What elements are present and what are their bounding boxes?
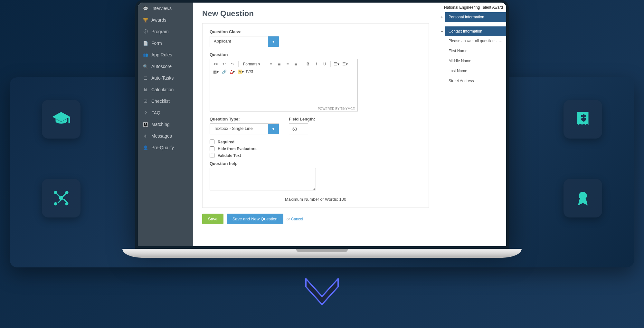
expand-icon[interactable]: +: [438, 12, 445, 22]
section-personal-info[interactable]: Personal Information: [445, 12, 506, 22]
form-card: Question Class: Applicant Question <> ↶: [202, 23, 429, 208]
list-icon: ☰: [143, 75, 148, 81]
question-help-textarea[interactable]: [210, 168, 316, 190]
sidebar-item-faq[interactable]: ?FAQ: [138, 107, 193, 119]
question-type-select[interactable]: Textbox - Single Line: [210, 123, 279, 134]
sidebar-item-label: Autoscore: [151, 64, 172, 69]
bullet-list-icon[interactable]: ☰▾: [333, 61, 340, 68]
question-list: Please answer all questions. … First Nam…: [445, 36, 506, 86]
sidebar-item-awards[interactable]: 🏆Awards: [138, 14, 193, 26]
table-icon[interactable]: ▦▾: [212, 68, 220, 75]
code-icon[interactable]: <>: [212, 61, 220, 68]
sidebar-item-label: Checklist: [151, 99, 170, 104]
editor-body[interactable]: [210, 77, 357, 106]
italic-icon[interactable]: I: [312, 61, 320, 68]
align-right-icon[interactable]: ≡: [284, 61, 291, 68]
validate-text-checkbox[interactable]: [210, 153, 214, 158]
right-panel: National Engineering Talent Award + Pers…: [438, 3, 506, 246]
list-item[interactable]: Street Address: [445, 76, 506, 86]
bg-color-icon[interactable]: A▾: [237, 68, 245, 75]
link-icon[interactable]: 🔗: [220, 68, 228, 75]
list-item[interactable]: Last Name: [445, 66, 506, 76]
award-ribbon-icon: [564, 179, 602, 217]
laptop-base: [122, 249, 522, 258]
text-color-icon[interactable]: A▾: [229, 68, 236, 75]
sidebar-item-program[interactable]: ⓘProgram: [138, 26, 193, 37]
svg-point-5: [579, 192, 587, 200]
clear-format-icon[interactable]: T⌫: [245, 68, 253, 75]
sidebar-item-auto-tasks[interactable]: ☰Auto-Tasks: [138, 72, 193, 84]
chevron-down-icon[interactable]: [268, 36, 279, 47]
question-icon: ?: [143, 110, 148, 115]
main-content: New Question Question Class: Applicant Q…: [193, 3, 438, 246]
separator: [238, 61, 239, 67]
field-length-label: Field Length:: [289, 117, 315, 121]
network-icon: [42, 179, 80, 217]
laptop-mockup: 💬Interviews 🏆Awards ⓘProgram 📄Form 👥App …: [135, 0, 509, 258]
save-and-new-button[interactable]: Save and New Question: [227, 214, 283, 224]
hide-evaluators-checkbox[interactable]: [210, 146, 214, 151]
chevron-down-decoration: [299, 274, 345, 311]
sidebar-item-checklist[interactable]: ☑Checklist: [138, 95, 193, 107]
align-center-icon[interactable]: ≣: [275, 61, 283, 68]
sidebar-item-label: Form: [151, 41, 162, 46]
list-item[interactable]: Please answer all questions. …: [445, 36, 506, 46]
list-item[interactable]: Middle Name: [445, 56, 506, 66]
search-icon: 🔍: [143, 64, 148, 69]
sidebar-item-app-rules[interactable]: 👥App Rules: [138, 49, 193, 61]
hide-evaluators-label: Hide from Evaluators: [218, 147, 257, 151]
check-icon: ☑: [143, 99, 148, 104]
collapse-icon[interactable]: −: [438, 26, 445, 36]
separator: [330, 61, 331, 67]
separator: [265, 61, 265, 67]
separator: [302, 61, 302, 67]
sidebar-item-matching[interactable]: 👪Matching: [138, 119, 193, 130]
required-label: Required: [218, 140, 234, 144]
chat-icon: 💬: [143, 6, 148, 11]
sidebar-item-label: FAQ: [151, 110, 160, 115]
cancel-prefix: or: [287, 217, 291, 221]
trophy-icon: 🏆: [143, 17, 148, 23]
sidebar-item-messages[interactable]: ✈Messages: [138, 130, 193, 142]
question-class-select[interactable]: Applicant: [210, 36, 279, 47]
cancel-link[interactable]: Cancel: [291, 217, 303, 221]
svg-point-3: [54, 202, 57, 206]
list-item[interactable]: First Name: [445, 46, 506, 56]
user-icon: 👤: [143, 145, 148, 150]
required-checkbox[interactable]: [210, 140, 214, 144]
question-class-label: Question Class:: [210, 29, 421, 34]
sidebar-item-label: App Rules: [151, 52, 172, 57]
numbered-list-icon[interactable]: ☷▾: [341, 61, 349, 68]
sidebar-item-pre-qualify[interactable]: 👤Pre-Qualify: [138, 142, 193, 153]
formats-dropdown[interactable]: Formats ▾: [241, 61, 263, 68]
redo-icon[interactable]: ↷: [229, 61, 236, 68]
bold-icon[interactable]: B: [304, 61, 312, 68]
chevron-down-icon[interactable]: [268, 124, 279, 134]
rich-text-editor: <> ↶ ↷ Formats ▾ ≡ ≣ ≡ ≣: [210, 59, 358, 111]
question-type-label: Question Type:: [210, 117, 279, 121]
underline-icon[interactable]: U: [321, 61, 328, 68]
action-bar: Save Save and New Question or Cancel: [202, 214, 429, 224]
editor-footer: POWERED BY TINYMCE: [210, 106, 357, 111]
sidebar-item-form[interactable]: 📄Form: [138, 37, 193, 49]
sidebar-item-label: Matching: [151, 122, 170, 127]
sidebar-item-calculation[interactable]: 🖩Calculation: [138, 84, 193, 95]
sidebar: 💬Interviews 🏆Awards ⓘProgram 📄Form 👥App …: [138, 3, 193, 246]
field-length-input[interactable]: [289, 123, 308, 134]
undo-icon[interactable]: ↶: [220, 61, 228, 68]
cancel-wrapper: or Cancel: [287, 217, 303, 221]
laptop-notch: [296, 249, 348, 252]
save-button[interactable]: Save: [202, 214, 223, 224]
info-icon: ⓘ: [143, 29, 148, 34]
calculator-icon: 🖩: [143, 87, 148, 92]
align-justify-icon[interactable]: ≣: [292, 61, 300, 68]
receipt-icon: [564, 100, 602, 139]
sidebar-item-label: Program: [151, 29, 169, 34]
users-icon: 👥: [143, 52, 148, 57]
section-contact-info[interactable]: Contact Information: [445, 26, 506, 36]
sidebar-item-label: Calculation: [151, 87, 174, 92]
sidebar-item-label: Pre-Qualify: [151, 145, 174, 150]
sidebar-item-autoscore[interactable]: 🔍Autoscore: [138, 61, 193, 72]
align-left-icon[interactable]: ≡: [267, 61, 275, 68]
sidebar-item-interviews[interactable]: 💬Interviews: [138, 3, 193, 14]
